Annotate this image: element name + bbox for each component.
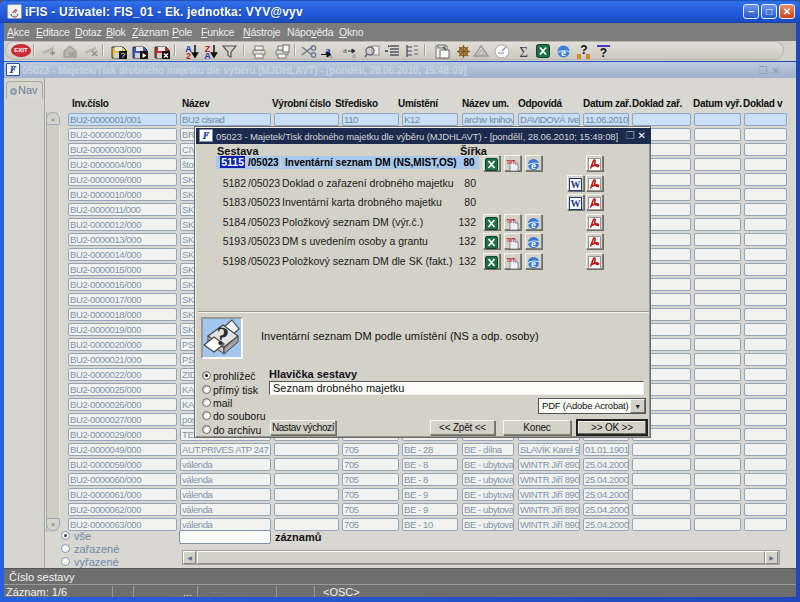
svg-text:W: W xyxy=(571,198,581,209)
svg-text:Σ: Σ xyxy=(519,44,528,59)
svg-text:e: e xyxy=(531,257,536,269)
svg-text:e: e xyxy=(561,46,566,58)
svg-text:TXT: TXT xyxy=(507,159,515,165)
svg-text:e: e xyxy=(531,159,536,171)
svg-text:a: a xyxy=(352,50,356,59)
svg-text:2: 2 xyxy=(186,51,191,59)
svg-text:TXT: TXT xyxy=(507,257,515,263)
svg-text:?: ? xyxy=(121,51,126,59)
svg-text:TXT: TXT xyxy=(507,237,515,243)
svg-text:e: e xyxy=(531,237,536,249)
svg-text:W: W xyxy=(571,179,581,190)
svg-text:a: a xyxy=(343,45,347,55)
svg-text:?: ? xyxy=(600,46,607,59)
svg-text:a: a xyxy=(329,52,333,59)
svg-text:e: e xyxy=(531,218,536,230)
svg-text:A: A xyxy=(204,51,211,59)
svg-text:TXT: TXT xyxy=(507,218,515,224)
